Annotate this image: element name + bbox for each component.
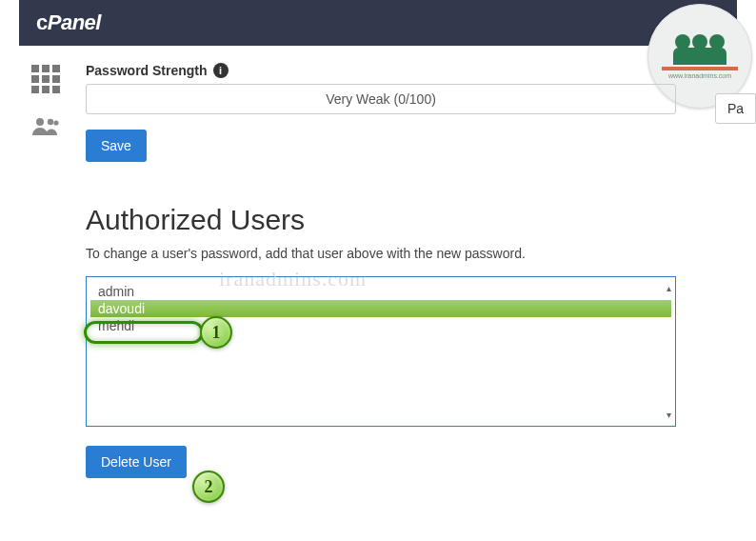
apps-icon[interactable]: [31, 65, 60, 93]
password-strength-label: Password Strength: [86, 63, 208, 78]
user-list-item[interactable]: mehdi: [90, 317, 671, 334]
scroll-down-icon[interactable]: ▾: [666, 410, 671, 420]
authorized-users-subtext: To change a user's password, add that us…: [86, 246, 756, 261]
main-content: Password Strength i Very Weak (0/100) Sa…: [72, 46, 756, 478]
user-list[interactable]: ▴ ▾ admindavoudimehdi: [86, 276, 676, 427]
info-icon[interactable]: i: [213, 63, 229, 78]
top-bar: ccPanelPanel: [19, 0, 737, 46]
svg-point-1: [48, 119, 53, 125]
authorized-users-heading: Authorized Users: [86, 204, 756, 236]
password-strength-meter: Very Weak (0/100): [86, 84, 676, 114]
delete-user-button[interactable]: Delete User: [86, 446, 187, 478]
user-list-item[interactable]: admin: [90, 283, 671, 300]
sidebar: [19, 46, 72, 478]
save-button[interactable]: Save: [86, 130, 147, 162]
svg-point-2: [53, 120, 58, 125]
scroll-up-icon[interactable]: ▴: [666, 283, 671, 293]
brand-logo: ccPanelPanel: [36, 10, 101, 35]
users-icon[interactable]: [31, 114, 60, 144]
user-list-item[interactable]: davoudi: [90, 300, 671, 317]
svg-point-0: [36, 118, 44, 126]
